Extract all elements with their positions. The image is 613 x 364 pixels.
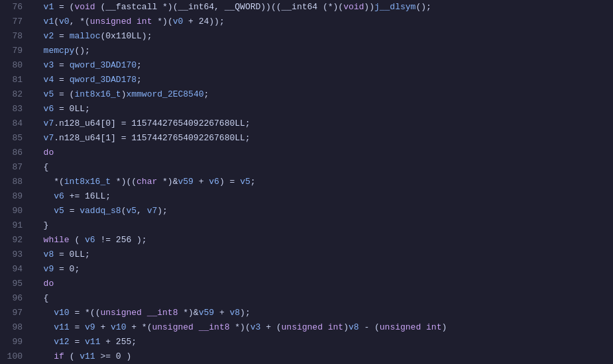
- line-number: 78: [0, 29, 28, 44]
- token: + 24));: [183, 17, 224, 26]
- token: while: [44, 235, 70, 245]
- token: qword_3DAD170: [70, 60, 137, 70]
- token: j__dlsym: [374, 2, 416, 12]
- token: [33, 89, 44, 99]
- line-number: 79: [0, 44, 28, 58]
- token: v59: [178, 177, 193, 187]
- token: +: [95, 322, 111, 332]
- line-number: 81: [0, 73, 28, 87]
- token: [33, 308, 54, 318]
- token: xmmword_2EC8540: [126, 89, 203, 99]
- token: v0: [173, 17, 184, 26]
- code-line: do: [33, 146, 613, 160]
- line-number: 93: [0, 248, 28, 262]
- token: != 256 );: [95, 235, 147, 245]
- token: );: [240, 308, 251, 318]
- token: v6: [54, 191, 64, 201]
- code-editor: 7677787980818283848586878889909192939495…: [0, 0, 613, 364]
- token: *(: [33, 177, 64, 187]
- token: v10: [54, 308, 69, 318]
- token: =: [54, 75, 69, 85]
- token: v9: [85, 322, 95, 332]
- code-line: do: [33, 277, 613, 291]
- line-number: 86: [0, 146, 28, 160]
- line-number: 80: [0, 58, 28, 73]
- token: ;: [137, 60, 142, 70]
- token: =: [64, 206, 80, 216]
- token: v0: [59, 17, 70, 26]
- token: unsigned __int8: [100, 308, 178, 318]
- token: [33, 351, 54, 361]
- line-number: 89: [0, 189, 28, 204]
- token: .n128_u64[1] = 11574427654092267680LL;: [54, 133, 250, 143]
- token: = 0LL;: [54, 250, 90, 259]
- line-number: 90: [0, 204, 28, 218]
- token: int8x16_t: [64, 177, 111, 187]
- token: + 255;: [100, 337, 137, 347]
- token: v3: [44, 60, 54, 70]
- token: unsigned int: [90, 17, 152, 26]
- code-line: v5 = vaddq_s8(v5, v7);: [33, 204, 613, 218]
- code-line: {: [33, 160, 613, 175]
- line-number: 82: [0, 87, 28, 102]
- token: }: [33, 220, 48, 230]
- token: v10: [111, 322, 126, 332]
- token: =: [70, 322, 85, 332]
- token: =: [54, 31, 69, 41]
- code-line: v11 = v9 + v10 + *(unsigned __int8 *)(v3…: [33, 320, 613, 335]
- token: [33, 279, 44, 289]
- token: +: [194, 177, 209, 187]
- token: v3: [251, 322, 261, 332]
- line-number: 98: [0, 320, 28, 335]
- line-number: 92: [0, 233, 28, 248]
- line-number: 85: [0, 131, 28, 146]
- code-line: }: [33, 218, 613, 233]
- line-number: 99: [0, 335, 28, 349]
- token: [33, 191, 54, 201]
- token: (: [70, 235, 85, 245]
- token: v1: [44, 17, 54, 26]
- code-line: if ( v11 >= 0 ): [33, 349, 613, 364]
- token: *)(: [230, 322, 251, 332]
- token: = (: [54, 2, 74, 12]
- token: [33, 60, 44, 70]
- token: [33, 133, 44, 143]
- code-line: v2 = malloc(0x110LL);: [33, 29, 613, 44]
- token: v4: [44, 75, 54, 85]
- token: v11: [80, 351, 95, 361]
- code-line: v5 = (int8x16_t)xmmword_2EC8540;: [33, 87, 613, 102]
- token: (0x110LL);: [100, 31, 152, 41]
- token: char: [137, 177, 157, 187]
- code-line: v10 = *((unsigned __int8 *)&v59 + v8);: [33, 306, 613, 320]
- token: v5: [126, 206, 137, 216]
- token: v7: [44, 118, 54, 128]
- token: [33, 206, 54, 216]
- token: v11: [54, 322, 69, 332]
- line-number: 91: [0, 218, 28, 233]
- line-number: 96: [0, 291, 28, 306]
- code-line: v9 = 0;: [33, 262, 613, 277]
- token: [33, 337, 54, 347]
- token: do: [44, 148, 54, 158]
- token: ): [441, 322, 447, 332]
- token: (__fastcall *)(__int64, __QWORD))((__int…: [95, 2, 343, 12]
- token: v6: [209, 177, 219, 187]
- line-number: 97: [0, 306, 28, 320]
- code-line: v7.n128_u64[0] = 11574427654092267680LL;: [33, 116, 613, 131]
- line-number: 94: [0, 262, 28, 277]
- token: {: [33, 162, 48, 172]
- code-line: v4 = qword_3DAD178;: [33, 73, 613, 87]
- token: [33, 31, 44, 41]
- token: ;: [204, 89, 209, 99]
- token: = *((: [70, 308, 101, 318]
- token: [33, 75, 44, 85]
- token: ;: [137, 75, 142, 85]
- code-line: v12 = v11 + 255;: [33, 335, 613, 349]
- token: v5: [44, 89, 54, 99]
- token: v8: [349, 322, 359, 332]
- token: v5: [240, 177, 251, 187]
- token: + (: [260, 322, 281, 332]
- line-number: 84: [0, 116, 28, 131]
- token: - (: [359, 322, 380, 332]
- token: ();: [74, 46, 89, 56]
